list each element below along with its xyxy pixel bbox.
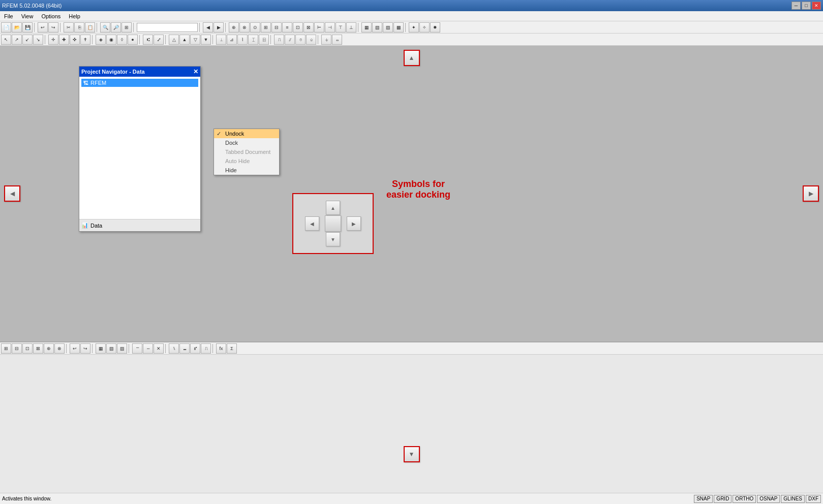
tb-nav-fwd[interactable]: ▶ bbox=[214, 22, 224, 33]
tb2-27[interactable]: ⎐ bbox=[306, 35, 316, 45]
tb2-8[interactable]: ✝ bbox=[80, 35, 90, 45]
tb-open[interactable]: 📂 bbox=[12, 22, 22, 33]
tb2-17[interactable]: ▽ bbox=[190, 35, 200, 45]
badge-dxf[interactable]: DXF bbox=[806, 495, 821, 503]
dock-arrow-up[interactable]: ▲ bbox=[326, 201, 340, 215]
tb2-28[interactable]: ⏚ bbox=[321, 35, 331, 45]
bt-18[interactable]: ⎍ bbox=[201, 343, 211, 354]
tb-a2[interactable]: ⊗ bbox=[239, 22, 250, 33]
tb-save[interactable]: 💾 bbox=[22, 22, 33, 33]
maximize-button[interactable]: □ bbox=[802, 2, 811, 10]
tb-b4[interactable]: ▩ bbox=[393, 22, 404, 33]
tb-a9[interactable]: ⊢ bbox=[314, 22, 324, 33]
tb2-20[interactable]: ⊿ bbox=[227, 35, 237, 45]
tb2-21[interactable]: ⌇ bbox=[237, 35, 248, 45]
badge-snap[interactable]: SNAP bbox=[694, 495, 713, 503]
bt-4[interactable]: ⊠ bbox=[33, 343, 43, 354]
tb-a3[interactable]: ⊙ bbox=[250, 22, 260, 33]
tb2-12[interactable]: ● bbox=[128, 35, 138, 45]
bt-5[interactable]: ⊕ bbox=[44, 343, 54, 354]
tb2-14[interactable]: ⑇ bbox=[154, 35, 164, 45]
tb2-4[interactable]: ↘ bbox=[33, 35, 43, 45]
tb2-9[interactable]: ◈ bbox=[96, 35, 106, 45]
tb2-23[interactable]: ⌸ bbox=[259, 35, 269, 45]
nav-titlebar[interactable]: Project Navigator - Data ✕ bbox=[79, 67, 200, 77]
nav-tab-data[interactable]: Data bbox=[90, 223, 102, 229]
dock-arrow-right[interactable]: ▶ bbox=[347, 216, 361, 231]
tb-zoom-in[interactable]: 🔍 bbox=[100, 22, 110, 33]
ctx-tabbed[interactable]: Tabbed Document bbox=[214, 147, 279, 156]
tb2-22[interactable]: ⌶ bbox=[248, 35, 258, 45]
tb-b3[interactable]: ▨ bbox=[383, 22, 393, 33]
tb2-24[interactable]: ⎍ bbox=[274, 35, 284, 45]
search-input[interactable] bbox=[137, 23, 198, 32]
tb2-13[interactable]: ⑆ bbox=[143, 35, 153, 45]
menu-options[interactable]: Options bbox=[39, 13, 63, 20]
badge-grid[interactable]: GRID bbox=[714, 495, 731, 503]
tb2-25[interactable]: ⎎ bbox=[285, 35, 295, 45]
tb2-7[interactable]: ✜ bbox=[70, 35, 80, 45]
tb2-15[interactable]: △ bbox=[169, 35, 179, 45]
badge-glines[interactable]: GLINES bbox=[781, 495, 805, 503]
bt-10[interactable]: ▧ bbox=[106, 343, 116, 354]
tb-c3[interactable]: ✸ bbox=[430, 22, 440, 33]
ctx-undock[interactable]: ✓ Undock bbox=[214, 129, 279, 138]
tb2-10[interactable]: ◉ bbox=[106, 35, 116, 45]
badge-ortho[interactable]: ORTHO bbox=[733, 495, 756, 503]
bt-6[interactable]: ⊗ bbox=[54, 343, 65, 354]
menu-file[interactable]: File bbox=[2, 13, 15, 20]
tb-paste[interactable]: 📋 bbox=[85, 22, 95, 33]
tb-c2[interactable]: ✧ bbox=[419, 22, 430, 33]
bt-sigma[interactable]: Σ bbox=[227, 343, 237, 354]
dock-arrow-center[interactable] bbox=[325, 215, 341, 232]
tb-zoom-out[interactable]: 🔎 bbox=[111, 22, 121, 33]
nav-item-rfem[interactable]: 🏗 RFEM bbox=[81, 79, 198, 87]
tb2-29[interactable]: ⏛ bbox=[332, 35, 342, 45]
tb-redo[interactable]: ↪ bbox=[48, 22, 58, 33]
tb-a10[interactable]: ⊣ bbox=[325, 22, 335, 33]
bt-9[interactable]: ▦ bbox=[96, 343, 106, 354]
close-button[interactable]: ✕ bbox=[812, 2, 821, 10]
tb2-2[interactable]: ↗ bbox=[12, 35, 22, 45]
bt-17[interactable]: ⑈ bbox=[190, 343, 200, 354]
tb2-6[interactable]: ✚ bbox=[59, 35, 69, 45]
bt-11[interactable]: ▨ bbox=[117, 343, 127, 354]
edge-arrow-right[interactable]: ▶ bbox=[803, 185, 819, 202]
menu-help[interactable]: Help bbox=[67, 13, 82, 20]
bt-16[interactable]: ⑉ bbox=[179, 343, 190, 354]
tb-a4[interactable]: ⊞ bbox=[261, 22, 271, 33]
menu-view[interactable]: View bbox=[19, 13, 36, 20]
badge-osnap[interactable]: OSNAP bbox=[757, 495, 780, 503]
tb-a12[interactable]: ⊥ bbox=[346, 22, 356, 33]
edge-arrow-top[interactable]: ▲ bbox=[404, 50, 420, 66]
tb-a1[interactable]: ⊕ bbox=[229, 22, 239, 33]
tb-b1[interactable]: ▦ bbox=[361, 22, 372, 33]
ctx-hide[interactable]: Hide bbox=[214, 166, 279, 175]
tb-a11[interactable]: ⊤ bbox=[336, 22, 346, 33]
bt-2[interactable]: ⊟ bbox=[12, 343, 22, 354]
tb-a7[interactable]: ⊡ bbox=[293, 22, 303, 33]
dock-arrow-down[interactable]: ▼ bbox=[326, 232, 340, 246]
ctx-dock[interactable]: Dock bbox=[214, 138, 279, 147]
bt-14[interactable]: ✕ bbox=[154, 343, 164, 354]
tb2-19[interactable]: ⟂ bbox=[216, 35, 226, 45]
tb-c1[interactable]: ✦ bbox=[409, 22, 419, 33]
tb-a8[interactable]: ⊠ bbox=[303, 22, 314, 33]
bt-15[interactable]: ⑊ bbox=[169, 343, 179, 354]
bt-7[interactable]: ↩ bbox=[70, 343, 80, 354]
edge-arrow-left[interactable]: ◀ bbox=[4, 185, 20, 202]
minimize-button[interactable]: ─ bbox=[791, 2, 801, 10]
bt-13[interactable]: ⎼ bbox=[143, 343, 153, 354]
tb-a6[interactable]: ≡ bbox=[282, 22, 292, 33]
ctx-autohide[interactable]: Auto Hide bbox=[214, 156, 279, 166]
tb2-11[interactable]: ◊ bbox=[117, 35, 127, 45]
tb2-26[interactable]: ⎏ bbox=[295, 35, 306, 45]
tb2-18[interactable]: ▼ bbox=[201, 35, 211, 45]
tb-undo[interactable]: ↩ bbox=[38, 22, 48, 33]
edge-arrow-bottom-panel[interactable]: ▼ bbox=[404, 446, 420, 462]
dock-arrow-left[interactable]: ◀ bbox=[305, 216, 319, 231]
bt-8[interactable]: ↪ bbox=[80, 343, 90, 354]
tb-zoom-all[interactable]: ⊞ bbox=[121, 22, 132, 33]
tb2-16[interactable]: ▲ bbox=[179, 35, 190, 45]
tb-new[interactable]: 📄 bbox=[1, 22, 11, 33]
